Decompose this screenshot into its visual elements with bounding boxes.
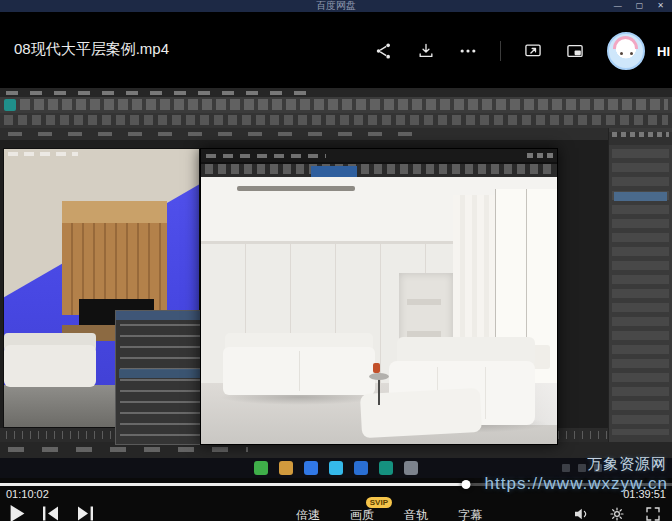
next-icon[interactable]: [77, 506, 93, 521]
minimize-button[interactable]: —: [614, 0, 622, 11]
video-frame[interactable]: 万象资源网: [0, 88, 672, 478]
max-menu-text: [6, 91, 306, 95]
playback-buttons: [10, 505, 93, 521]
speed-button[interactable]: 倍速: [296, 507, 320, 521]
taskbar-app-icon: [329, 461, 343, 475]
user-avatar[interactable]: [607, 32, 645, 70]
header-actions: HI: [374, 28, 670, 74]
progress-played: [0, 483, 466, 486]
taskbar-app-icon: [304, 461, 318, 475]
download-icon[interactable]: [416, 41, 436, 61]
render-channel-dropdown: [311, 166, 357, 177]
taskbar-app-icon: [354, 461, 368, 475]
cast-icon[interactable]: [523, 41, 543, 61]
viewport-sofa: [4, 345, 96, 387]
desktop-taskbar-icons: [254, 461, 418, 475]
dialog-titlebar: [116, 311, 206, 320]
miniplayer-icon[interactable]: [565, 41, 585, 61]
option-buttons: 倍速 画质SVIP 音轨 字幕: [296, 507, 482, 521]
max-toolbar-icons-2: [4, 115, 668, 125]
taskbar-app-icon: [404, 461, 418, 475]
svip-badge: SVIP: [366, 497, 392, 508]
header-divider: [500, 41, 501, 61]
avatar-eye-right: [630, 52, 633, 55]
render-vase: [373, 363, 380, 373]
render-ac-vent: [237, 186, 355, 191]
taskbar-app-icon: [254, 461, 268, 475]
vray-render-window: [200, 148, 558, 445]
viewport-upper-cabinet: [62, 201, 167, 223]
progress-knob[interactable]: [461, 480, 470, 489]
render-window-buttons: [527, 153, 553, 158]
avatar-eye-left: [620, 52, 623, 55]
max-menubar: [0, 88, 672, 97]
max-command-panel: [608, 128, 672, 442]
play-icon[interactable]: [10, 505, 25, 521]
volume-icon[interactable]: [572, 505, 590, 521]
video-filename: 08现代大平层案例.mp4: [14, 40, 169, 59]
more-icon[interactable]: [458, 41, 478, 61]
fullscreen-icon[interactable]: [644, 505, 662, 521]
render-title-text: [206, 154, 326, 158]
render-side-table-leg: [378, 379, 380, 405]
system-title: 百度网盘: [316, 0, 356, 12]
viewport-label: [8, 152, 78, 156]
command-panel-tabs: [609, 132, 672, 145]
max-ribbon: [0, 128, 672, 140]
render-side-table: [369, 373, 389, 380]
watermark-site-name: 万象资源网: [587, 455, 667, 474]
control-buttons-row: 倍速 画质SVIP 音轨 字幕: [0, 502, 672, 521]
dialog-rows: [120, 324, 202, 436]
system-titlebar: 百度网盘 — ▢ ✕: [0, 0, 672, 12]
render-toolbar-icons: [205, 164, 553, 174]
watermark-site-url: https://www.wxzyw.cn: [485, 474, 668, 494]
render-titlebar: [201, 149, 557, 162]
baidu-netdisk-player-window: 百度网盘 — ▢ ✕ 08现代大平层案例.mp4: [0, 0, 672, 521]
window-controls: — ▢ ✕: [614, 0, 664, 11]
max-toolbar-primary: [0, 97, 672, 113]
render-image: [201, 177, 557, 444]
render-sofa-left: [223, 347, 375, 395]
share-icon[interactable]: [374, 41, 394, 61]
max-status-text: [8, 447, 248, 452]
close-button[interactable]: ✕: [657, 0, 664, 11]
taskbar-app-icon: [379, 461, 393, 475]
dialog-highlight-row: [119, 369, 204, 378]
max-toolbar-icons: [20, 99, 668, 110]
current-time: 01:10:02: [6, 488, 49, 500]
settings-icon[interactable]: [608, 505, 626, 521]
max-ribbon-items: [8, 132, 428, 136]
taskbar-app-icon: [279, 461, 293, 475]
max-toolbar-secondary: [0, 113, 672, 128]
max-logo-icon: [4, 99, 16, 111]
previous-icon[interactable]: [43, 506, 59, 521]
subtitle-button[interactable]: 字幕: [458, 507, 482, 521]
command-panel-highlight: [614, 192, 667, 201]
avatar-label: HI: [657, 44, 670, 59]
maximize-button[interactable]: ▢: [636, 0, 644, 11]
audio-track-button[interactable]: 音轨: [404, 507, 428, 521]
player-header: 08现代大平层案例.mp4: [0, 12, 672, 88]
utility-buttons: [572, 505, 662, 521]
avatar-headphones-icon: [613, 36, 638, 49]
quality-button[interactable]: 画质SVIP: [350, 507, 374, 521]
object-properties-dialog: [115, 310, 207, 445]
